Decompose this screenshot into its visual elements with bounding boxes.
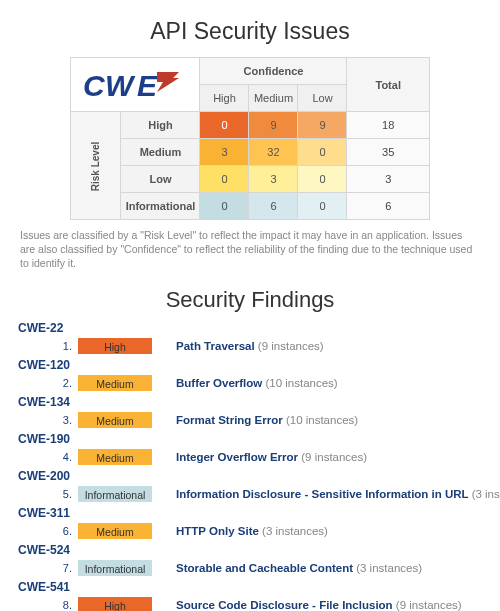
finding-title[interactable]: HTTP Only Site (3 instances) [176,525,328,537]
col-low-header: Low [298,85,347,112]
cell-low-low: 0 [298,166,347,193]
cwe-id: CWE-22 [18,321,482,335]
finding-title[interactable]: Format String Error (10 instances) [176,414,358,426]
cell-info-total: 6 [347,193,430,220]
finding-title[interactable]: Path Traversal (9 instances) [176,340,324,352]
col-high-header: High [200,85,249,112]
finding-row: 8.HighSource Code Disclosure - File Incl… [18,596,482,611]
cell-low-total: 3 [347,166,430,193]
risk-axis-label: Risk Level [71,112,121,220]
cell-high-high: 0 [200,112,249,139]
cwe-id: CWE-134 [18,395,482,409]
finding-count: (3 instances) [262,525,328,537]
cwe-id: CWE-190 [18,432,482,446]
finding-title[interactable]: Information Disclosure - Sensitive Infor… [176,488,500,500]
finding-count: (9 instances) [258,340,324,352]
cell-medium-high: 3 [200,139,249,166]
row-medium-label: Medium [121,139,200,166]
cell-medium-low: 0 [298,139,347,166]
finding-row: 7.InformationalStorable and Cacheable Co… [18,559,482,577]
risk-badge: Informational [78,486,152,502]
cwe-id: CWE-200 [18,469,482,483]
risk-badge: High [78,597,152,611]
findings-title: Security Findings [18,287,482,313]
cell-medium-total: 35 [347,139,430,166]
page-title: API Security Issues [18,18,482,45]
cell-high-low: 9 [298,112,347,139]
col-medium-header: Medium [249,85,298,112]
finding-row: 6.MediumHTTP Only Site (3 instances) [18,522,482,540]
risk-badge: Informational [78,560,152,576]
finding-count: (3 instances) [356,562,422,574]
risk-badge: Medium [78,449,152,465]
risk-confidence-matrix: C W E Confidence Total High Medium Low R… [70,57,430,220]
finding-row: 5.InformationalInformation Disclosure - … [18,485,482,503]
finding-row: 4.MediumInteger Overflow Error (9 instan… [18,448,482,466]
finding-row: 2.MediumBuffer Overflow (10 instances) [18,374,482,392]
cell-high-medium: 9 [249,112,298,139]
finding-number: 4. [18,451,78,463]
finding-number: 6. [18,525,78,537]
col-total-header: Total [347,58,430,112]
finding-count: (9 instances) [301,451,367,463]
svg-text:E: E [137,69,158,102]
finding-number: 3. [18,414,78,426]
finding-count: (3 instances) [472,488,500,500]
cell-info-low: 0 [298,193,347,220]
confidence-axis-label: Confidence [200,58,347,85]
row-info-label: Informational [121,193,200,220]
finding-title[interactable]: Storable and Cacheable Content (3 instan… [176,562,422,574]
cell-info-medium: 6 [249,193,298,220]
cell-medium-medium: 32 [249,139,298,166]
risk-badge: Medium [78,375,152,391]
svg-text:C: C [83,69,106,102]
finding-row: 1.HighPath Traversal (9 instances) [18,337,482,355]
finding-title[interactable]: Source Code Disclosure - File Inclusion … [176,599,462,611]
cwe-id: CWE-311 [18,506,482,520]
finding-count: (9 instances) [396,599,462,611]
svg-text:W: W [105,69,136,102]
findings-list: CWE-221.HighPath Traversal (9 instances)… [18,321,482,611]
cell-low-medium: 3 [249,166,298,193]
finding-row: 3.MediumFormat String Error (10 instance… [18,411,482,429]
risk-badge: Medium [78,523,152,539]
row-low-label: Low [121,166,200,193]
row-high-label: High [121,112,200,139]
cwe-id: CWE-524 [18,543,482,557]
risk-badge: Medium [78,412,152,428]
finding-number: 2. [18,377,78,389]
finding-title[interactable]: Buffer Overflow (10 instances) [176,377,338,389]
finding-title[interactable]: Integer Overflow Error (9 instances) [176,451,367,463]
cell-info-high: 0 [200,193,249,220]
cell-high-total: 18 [347,112,430,139]
finding-count: (10 instances) [286,414,358,426]
cell-low-high: 0 [200,166,249,193]
cwe-id: CWE-120 [18,358,482,372]
finding-number: 1. [18,340,78,352]
finding-number: 7. [18,562,78,574]
finding-number: 5. [18,488,78,500]
cwe-id: CWE-541 [18,580,482,594]
cwe-logo: C W E [71,58,200,112]
matrix-caption: Issues are classified by a "Risk Level" … [20,228,480,271]
risk-badge: High [78,338,152,354]
cwe-logo-icon: C W E [83,66,187,104]
finding-number: 8. [18,599,78,611]
finding-count: (10 instances) [265,377,337,389]
